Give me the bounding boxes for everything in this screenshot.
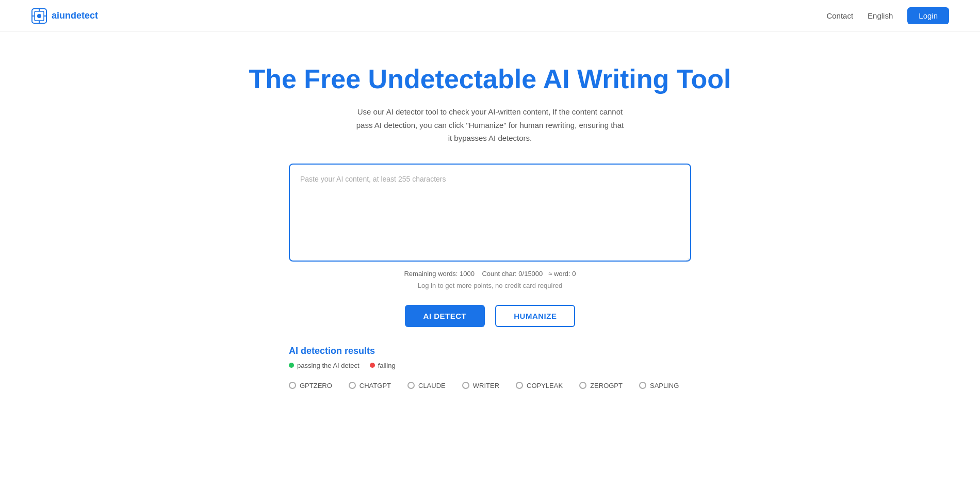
login-prompt: Log in to get more points, no credit car… [418, 282, 562, 289]
language-selector[interactable]: English [868, 11, 893, 20]
detector-label: CHATGPT [360, 382, 391, 389]
detector-circle [407, 382, 415, 389]
detector-item: ZEROGPT [579, 382, 623, 389]
svg-point-2 [37, 14, 41, 18]
failing-dot [370, 363, 375, 368]
word-count-row: Remaining words: 1000 Count char: 0/1500… [289, 270, 691, 278]
detector-item: SAPLING [639, 382, 679, 389]
detector-item: WRITER [462, 382, 499, 389]
passing-label: passing the AI detect [297, 362, 360, 369]
ai-detect-button[interactable]: AI DETECT [405, 305, 485, 327]
detector-circle [462, 382, 469, 389]
passing-dot [289, 363, 294, 368]
detector-circle [579, 382, 586, 389]
detector-label: SAPLING [650, 382, 679, 389]
detector-item: CHATGPT [349, 382, 391, 389]
header: aiundetect Contact English Login [0, 0, 980, 32]
detector-label: ZEROGPT [590, 382, 623, 389]
page-title: The Free Undetectable AI Writing Tool [249, 63, 731, 95]
detector-label: COPYLEAK [527, 382, 563, 389]
legend-passing: passing the AI detect [289, 362, 360, 369]
header-nav: Contact English Login [826, 7, 949, 24]
detector-circle [516, 382, 523, 389]
legend-failing: failing [370, 362, 396, 369]
button-row: AI DETECT HUMANIZE [405, 305, 576, 327]
detector-label: CLAUDE [418, 382, 446, 389]
detector-circle [639, 382, 646, 389]
humanize-button[interactable]: HUMANIZE [495, 305, 575, 327]
remaining-words-value: 1000 [460, 270, 475, 278]
approx-word-label: ≈ word: [548, 270, 570, 278]
main-content: The Free Undetectable AI Writing Tool Us… [0, 32, 980, 410]
contact-link[interactable]: Contact [826, 11, 853, 20]
detector-item: COPYLEAK [516, 382, 563, 389]
content-textarea[interactable] [289, 164, 691, 262]
detector-item: GPTZERO [289, 382, 332, 389]
login-button[interactable]: Login [907, 7, 949, 24]
detector-circle [349, 382, 356, 389]
page-subtitle: Use our AI detector tool to check your A… [356, 105, 624, 145]
results-section: AI detection results passing the AI dete… [289, 346, 691, 389]
detectors-row: GPTZEROCHATGPTCLAUDEWRITERCOPYLEAKZEROGP… [289, 382, 691, 389]
remaining-words-label: Remaining words: [404, 270, 458, 278]
failing-label: failing [378, 362, 396, 369]
resize-handle: ⌟ [686, 254, 689, 262]
detector-circle [289, 382, 296, 389]
logo-icon [31, 8, 47, 24]
approx-word-value: 0 [572, 270, 576, 278]
logo[interactable]: aiundetect [31, 8, 98, 24]
results-title: AI detection results [289, 346, 691, 356]
count-char-value: 0/15000 [518, 270, 543, 278]
detector-label: WRITER [473, 382, 499, 389]
detector-label: GPTZERO [300, 382, 332, 389]
textarea-wrapper: ⌟ [289, 164, 691, 264]
legend-row: passing the AI detect failing [289, 362, 691, 369]
logo-text: aiundetect [52, 10, 98, 21]
detector-item: CLAUDE [407, 382, 446, 389]
count-char-label: Count char: [482, 270, 516, 278]
